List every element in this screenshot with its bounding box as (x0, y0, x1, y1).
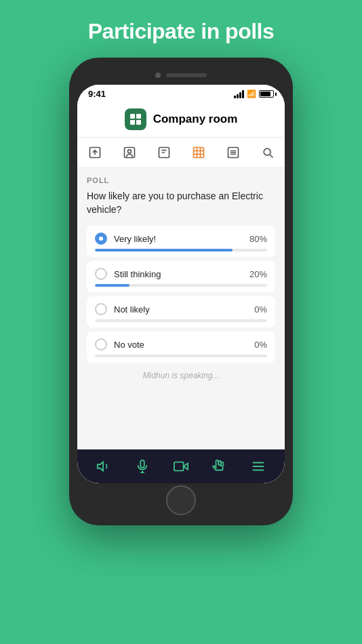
status-icons: 📶 (234, 89, 274, 98)
radio-circle-4[interactable] (95, 338, 107, 350)
poll-options-list: Very likely! 80% Still thinking 20% (87, 226, 275, 365)
option-label-1: Very likely! (114, 234, 243, 244)
option-row-2: Still thinking 20% (95, 268, 267, 280)
svg-rect-0 (130, 114, 135, 119)
phone-notch (77, 66, 285, 85)
profile-button[interactable] (117, 143, 142, 162)
option-label-2: Still thinking (114, 269, 243, 279)
option-percent-4: 0% (254, 340, 267, 350)
radio-circle-3[interactable] (95, 303, 107, 315)
wifi-icon: 📶 (247, 89, 256, 98)
radio-circle-1[interactable] (95, 233, 107, 245)
list-button[interactable] (221, 143, 245, 162)
status-bar: 9:41 📶 (77, 85, 285, 102)
option-label-3: Not likely (114, 304, 247, 315)
chat-button[interactable] (152, 143, 176, 162)
progress-bg-2 (95, 284, 267, 287)
option-row-3: Not likely 0% (95, 303, 267, 315)
speaking-notice: Midhun is speaking... (87, 365, 275, 386)
option-percent-2: 20% (249, 269, 267, 279)
svg-marker-20 (97, 462, 102, 471)
poll-option-4[interactable]: No vote 0% (87, 331, 275, 363)
page-title: Participate in polls (88, 19, 275, 43)
option-percent-3: 0% (254, 304, 267, 315)
progress-bg-1 (95, 249, 267, 251)
poll-question: How likely are you to purchase an Electr… (87, 190, 275, 216)
microphone-button[interactable] (130, 454, 155, 479)
svg-line-19 (270, 155, 273, 157)
radio-circle-2[interactable] (95, 268, 107, 280)
phone-camera (155, 73, 161, 78)
status-time: 9:41 (88, 89, 106, 99)
progress-bg-4 (95, 355, 267, 357)
svg-rect-3 (136, 120, 141, 125)
progress-fill-2 (95, 284, 129, 287)
phone-screen: 9:41 📶 (77, 85, 285, 483)
home-button[interactable] (166, 485, 196, 515)
poll-option-1[interactable]: Very likely! 80% (87, 226, 275, 257)
bottom-controls (77, 449, 285, 483)
speaker-button[interactable] (92, 454, 116, 479)
svg-rect-21 (140, 460, 144, 468)
room-name: Company room (153, 113, 238, 126)
progress-bg-3 (95, 319, 267, 322)
battery-fill (260, 92, 270, 96)
progress-fill-1 (95, 249, 233, 251)
battery-icon (259, 90, 274, 98)
svg-point-18 (264, 148, 270, 155)
signal-icon (234, 90, 244, 98)
toolbar (77, 138, 285, 168)
svg-rect-25 (174, 462, 184, 471)
menu-button[interactable] (246, 454, 270, 479)
svg-rect-1 (136, 114, 141, 119)
phone-speaker (166, 73, 207, 77)
option-row-4: No vote 0% (95, 338, 267, 350)
poll-content-area: POLL How likely are you to purchase an E… (77, 168, 285, 449)
option-label-4: No vote (114, 340, 247, 350)
grid-button[interactable] (186, 143, 211, 162)
svg-rect-2 (130, 120, 135, 125)
page-header: Participate in polls (0, 0, 362, 58)
phone-home-area (77, 483, 285, 517)
svg-point-7 (127, 150, 131, 153)
camera-button[interactable] (169, 454, 193, 479)
poll-option-2[interactable]: Still thinking 20% (87, 261, 275, 292)
poll-label: POLL (87, 176, 275, 184)
option-percent-1: 80% (249, 234, 267, 244)
room-header[interactable]: Company room (77, 102, 285, 138)
phone-frame: 9:41 📶 (69, 58, 293, 525)
upload-button[interactable] (83, 143, 107, 162)
svg-rect-9 (193, 148, 203, 158)
svg-marker-24 (184, 463, 188, 469)
option-row-1: Very likely! 80% (95, 233, 267, 245)
search-button[interactable] (256, 143, 280, 162)
raise-hand-button[interactable] (207, 454, 232, 479)
poll-option-3[interactable]: Not likely 0% (87, 296, 275, 327)
room-icon (125, 108, 146, 130)
